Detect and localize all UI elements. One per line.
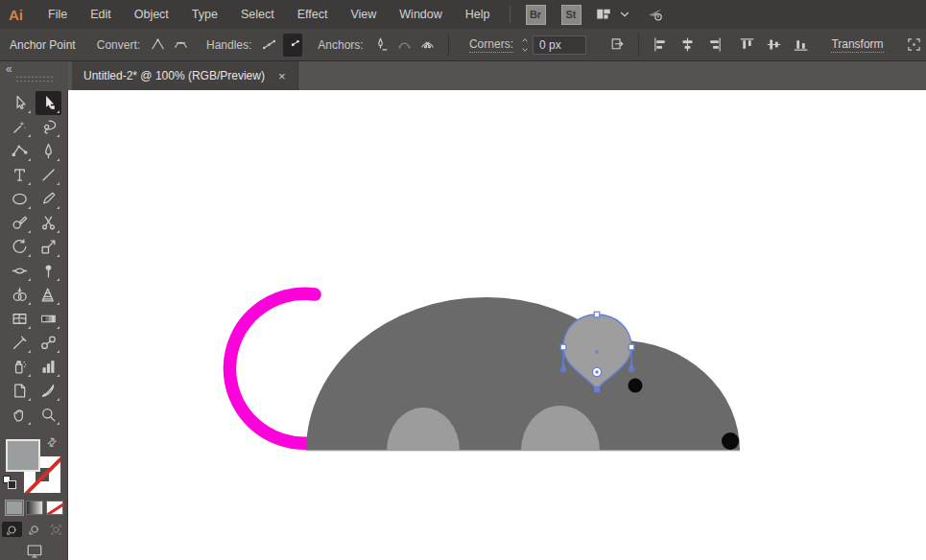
convert-corner-icon: [150, 36, 166, 53]
draw-normal-button[interactable]: [2, 522, 22, 537]
workspace-chevron-button[interactable]: [618, 8, 631, 21]
close-tab-icon[interactable]: ×: [278, 69, 286, 83]
mouse-eye-shape[interactable]: [629, 379, 643, 393]
symbol-sprayer-tool[interactable]: [7, 355, 33, 379]
corners-label[interactable]: Corners:: [469, 37, 513, 53]
artboard-canvas[interactable]: [68, 90, 926, 560]
stepper-up-icon[interactable]: [519, 35, 530, 45]
menu-item-window[interactable]: Window: [391, 0, 450, 29]
default-fill-stroke-icon[interactable]: [3, 476, 16, 489]
convert-corner-button[interactable]: [148, 34, 167, 57]
artboard-tool[interactable]: [7, 379, 33, 403]
puppet-warp-tool[interactable]: [36, 259, 61, 283]
color-mode-button[interactable]: [6, 501, 23, 515]
free-transform-button[interactable]: [905, 34, 924, 57]
tools-panel: ⇄: [0, 90, 68, 560]
menu-item-type[interactable]: Type: [183, 0, 226, 29]
draw-behind-icon: [28, 524, 40, 536]
collapse-panel-button[interactable]: «: [6, 62, 12, 76]
align-right-button[interactable]: [702, 34, 725, 57]
workspace-switcher-button[interactable]: [593, 5, 614, 24]
menu-item-view[interactable]: View: [342, 0, 385, 29]
screen-mode-button[interactable]: [23, 543, 46, 560]
menu-item-edit[interactable]: Edit: [82, 0, 120, 29]
shaper-tool[interactable]: [7, 211, 33, 235]
convert-smooth-button[interactable]: [172, 34, 191, 57]
symbol-sprayer-tool: [11, 358, 29, 376]
halign-right-icon: [706, 36, 723, 53]
hide-handles-button[interactable]: [283, 34, 302, 57]
ellipse-tool[interactable]: [7, 187, 33, 211]
corners-stepper[interactable]: [519, 35, 530, 55]
draw-inside-button[interactable]: [46, 522, 66, 537]
stock-button[interactable]: St: [561, 5, 582, 25]
none-mode-button[interactable]: [46, 501, 63, 515]
perspective-grid-tool[interactable]: [36, 283, 61, 307]
corners-input[interactable]: [533, 35, 586, 55]
rotate-tool: [11, 238, 29, 256]
gradient-tool[interactable]: [36, 307, 61, 331]
draw-behind-button[interactable]: [24, 522, 44, 537]
slice-tool[interactable]: [36, 379, 61, 403]
gpu-performance-button[interactable]: [645, 5, 666, 24]
mesh-tool[interactable]: [7, 307, 33, 331]
swap-fill-stroke-icon[interactable]: ⇄: [44, 433, 60, 450]
eyedropper-tool[interactable]: [7, 331, 33, 355]
width-tool[interactable]: [7, 259, 33, 283]
isolate-object-button[interactable]: [607, 34, 627, 57]
document-tab[interactable]: Untitled-2* @ 100% (RGB/Preview) ×: [72, 61, 298, 90]
remove-anchor-button[interactable]: [371, 34, 391, 57]
anchor-bottom-selected[interactable]: [594, 386, 600, 392]
menu-item-object[interactable]: Object: [126, 0, 178, 29]
menu-item-select[interactable]: Select: [232, 0, 283, 29]
shape-builder-tool: [11, 286, 29, 304]
column-graph-tool[interactable]: [36, 355, 61, 379]
align-left-button[interactable]: [649, 34, 672, 57]
magic-wand-tool[interactable]: [7, 115, 33, 139]
connect-endpoints-button[interactable]: [394, 34, 414, 57]
anchor-top[interactable]: [594, 312, 600, 317]
type-tool[interactable]: [7, 163, 33, 187]
menu-item-file[interactable]: File: [39, 0, 76, 29]
menu-item-effect[interactable]: Effect: [289, 0, 337, 29]
scale-tool[interactable]: [36, 235, 61, 259]
lasso-tool[interactable]: [36, 115, 61, 139]
lasso-tool: [39, 118, 58, 136]
transform-link[interactable]: Transform: [831, 37, 883, 53]
app-logo[interactable]: Ai: [9, 7, 23, 23]
show-handles-button[interactable]: [259, 34, 278, 57]
hand-tool[interactable]: [7, 403, 33, 427]
align-vcenter-button[interactable]: [762, 34, 785, 57]
stepper-down-icon[interactable]: [519, 45, 530, 55]
mouse-tail-path[interactable]: [229, 293, 315, 443]
cut-path-button[interactable]: [418, 34, 438, 57]
bridge-button[interactable]: Br: [526, 5, 546, 25]
align-hcenter-button[interactable]: [676, 34, 699, 57]
anchor-left[interactable]: [560, 344, 566, 350]
live-corner-widget[interactable]: [592, 367, 601, 376]
zoom-tool[interactable]: [36, 403, 61, 427]
menubar-divider: [510, 6, 510, 23]
align-bottom-button[interactable]: [789, 34, 812, 57]
mouse-nose-shape[interactable]: [722, 432, 739, 450]
blend-tool[interactable]: [36, 331, 61, 355]
scissors-tool[interactable]: [36, 211, 61, 235]
pen-tool: [39, 142, 58, 160]
show-handles-icon: [261, 36, 277, 53]
fill-swatch[interactable]: [6, 439, 40, 472]
line-segment-tool[interactable]: [36, 163, 61, 187]
slice-tool: [39, 382, 58, 400]
direct-selection-tool[interactable]: [36, 91, 61, 115]
anchor-right[interactable]: [629, 344, 634, 350]
curvature-tool[interactable]: [7, 139, 33, 163]
chevron-up-small-icon: [520, 36, 530, 44]
paintbrush-tool[interactable]: [36, 187, 61, 211]
menu-item-help[interactable]: Help: [457, 0, 499, 29]
rotate-tool[interactable]: [7, 235, 33, 259]
gradient-mode-button[interactable]: [26, 501, 43, 515]
toolbar-drag-handle[interactable]: [15, 75, 54, 83]
shape-builder-tool[interactable]: [7, 283, 33, 307]
align-top-button[interactable]: [735, 34, 758, 57]
selection-tool[interactable]: [7, 91, 33, 115]
pen-tool[interactable]: [36, 139, 61, 163]
